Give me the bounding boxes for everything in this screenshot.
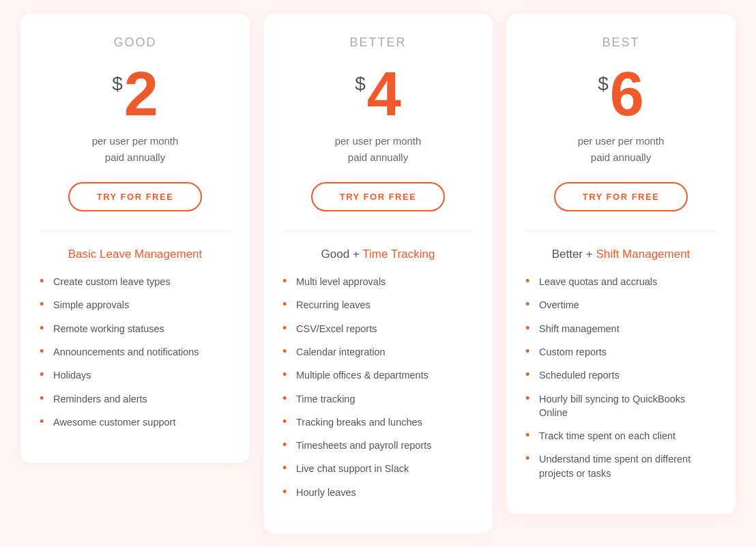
list-item: Track time spent on each client	[525, 429, 716, 443]
plan-best-amount: 6	[610, 63, 644, 125]
list-item: Multi level approvals	[282, 275, 474, 289]
list-item: Create custom leave types	[40, 275, 231, 289]
list-item: Calendar integration	[282, 345, 474, 359]
plan-good-try-button[interactable]: TRY FOR FREE	[68, 182, 203, 211]
plan-better-dollar: $	[355, 73, 366, 95]
plan-best-dollar: $	[598, 73, 609, 95]
list-item: Custom reports	[525, 345, 716, 359]
list-item: Scheduled reports	[525, 368, 716, 382]
list-item: Announcements and notifications	[40, 345, 231, 359]
list-item: Reminders and alerts	[40, 392, 231, 406]
plan-best-desc: per user per month paid annually	[525, 133, 716, 166]
plan-good-features: Create custom leave types Simple approva…	[40, 275, 231, 429]
plan-better-amount: 4	[367, 63, 401, 125]
plan-best-try-button[interactable]: TRY FOR FREE	[554, 182, 688, 211]
plan-best-price-row: $ 6	[525, 63, 716, 125]
plan-better-section-title: Good + Time Tracking	[282, 248, 474, 261]
plan-good-desc: per user per month paid annually	[40, 133, 231, 166]
list-item: Overtime	[525, 298, 716, 312]
plan-better-price-row: $ 4	[282, 63, 474, 125]
plan-good: GOOD $ 2 per user per month paid annuall…	[20, 14, 250, 463]
list-item: Simple approvals	[40, 298, 231, 312]
list-item: Recurring leaves	[282, 298, 474, 312]
list-item: Shift management	[525, 322, 716, 336]
section-title-prefix: Good +	[321, 248, 363, 261]
list-item: Remote working statuses	[40, 322, 231, 336]
list-item: Tracking breaks and lunches	[282, 415, 474, 429]
plan-better-desc: per user per month paid annually	[282, 133, 474, 166]
plan-best: BEST $ 6 per user per month paid annuall…	[506, 14, 736, 514]
list-item: Time tracking	[282, 392, 474, 406]
plan-good-divider	[40, 231, 231, 231]
section-title-prefix: Better +	[552, 248, 596, 261]
plan-better: BETTER $ 4 per user per month paid annua…	[263, 14, 493, 533]
list-item: Understand time spent on different proje…	[525, 452, 716, 480]
plan-good-price-row: $ 2	[40, 63, 231, 125]
plan-best-divider	[525, 231, 716, 231]
list-item: Holidays	[40, 368, 231, 382]
plan-better-features: Multi level approvals Recurring leaves C…	[282, 275, 474, 499]
section-title-highlight: Time Tracking	[362, 248, 435, 261]
list-item: Timesheets and payroll reports	[282, 439, 474, 452]
list-item: Multiple offices & departments	[282, 368, 474, 382]
list-item: Live chat support in Slack	[282, 462, 474, 475]
plan-better-divider	[282, 231, 474, 231]
section-title-highlight: Shift Management	[596, 248, 690, 261]
plan-better-try-button[interactable]: TRY FOR FREE	[311, 182, 446, 211]
list-item: Hourly bill syncing to QuickBooks Online	[525, 392, 716, 420]
plan-best-features: Leave quotas and accruals Overtime Shift…	[525, 275, 716, 480]
pricing-container: GOOD $ 2 per user per month paid annuall…	[14, 14, 742, 533]
list-item: CSV/Excel reports	[282, 322, 474, 336]
plan-better-name: BETTER	[282, 35, 474, 50]
list-item: Leave quotas and accruals	[525, 275, 716, 289]
list-item: Awesome customer support	[40, 415, 231, 429]
plan-good-name: GOOD	[40, 35, 231, 50]
plan-good-dollar: $	[112, 73, 123, 95]
plan-best-section-title: Better + Shift Management	[525, 248, 716, 261]
plan-good-amount: 2	[124, 63, 158, 125]
plan-good-section-title: Basic Leave Management	[40, 248, 231, 261]
plan-best-name: BEST	[525, 35, 716, 50]
list-item: Hourly leaves	[282, 486, 474, 499]
